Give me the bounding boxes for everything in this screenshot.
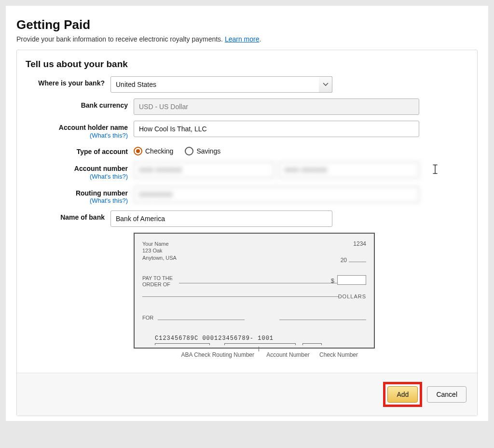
account-number-confirm-input[interactable] — [279, 162, 419, 178]
radio-checking-dot — [134, 147, 142, 155]
routing-number-input[interactable] — [134, 186, 419, 203]
check-bracket-account — [224, 343, 296, 345]
check-signature-line — [279, 320, 366, 320]
label-account-type: Type of account — [17, 145, 134, 156]
account-number-input[interactable] — [134, 162, 274, 178]
subtitle-suffix: . — [259, 35, 261, 43]
check-dollars-line — [142, 296, 339, 297]
check-number: 1234 — [353, 240, 366, 247]
label-bank-location: Where is your bank? — [17, 76, 110, 87]
page-container: Getting Paid Provide your bank informati… — [6, 6, 488, 421]
subtitle-text: Provide your bank information to receive… — [16, 35, 225, 43]
chevron-down-icon[interactable] — [319, 76, 332, 93]
label-routing-number-text: Routing number — [76, 189, 128, 197]
add-button-highlight: Add — [383, 382, 422, 407]
check-for-line — [158, 320, 245, 320]
page-title: Getting Paid — [16, 17, 478, 32]
bank-name-input[interactable] — [110, 210, 332, 227]
add-button[interactable]: Add — [387, 386, 418, 403]
check-name-line3: Anytown, USA — [142, 254, 177, 261]
check-image: Your Name 123 Oak Anytown, USA 1234 20 P… — [134, 233, 375, 349]
row-account-type: Type of account Checking Savings — [17, 145, 477, 156]
radio-checking[interactable]: Checking — [134, 147, 173, 155]
text-cursor-icon — [432, 165, 439, 176]
check-dollar-sign: $ — [331, 277, 334, 284]
check-for-label: FOR — [142, 315, 153, 321]
row-bank-location: Where is your bank? United States — [17, 76, 477, 93]
panel-title: Tell us about your bank — [26, 59, 477, 70]
label-account-type-text: Type of account — [77, 148, 128, 155]
label-holder-name-text: Account holder name — [59, 124, 128, 131]
check-amount-box — [337, 275, 366, 285]
holder-name-help-link[interactable]: (What's this?) — [17, 132, 128, 140]
label-account-number-text: Account number — [74, 165, 128, 172]
check-micr-line: C123456789C 000123456789- 1001 — [155, 335, 274, 342]
radio-checking-label: Checking — [145, 147, 173, 155]
label-bank-name: Name of bank — [17, 210, 110, 222]
check-bracket-checknum — [302, 343, 322, 345]
check-payto-line — [179, 283, 340, 283]
bank-location-value[interactable]: United States — [110, 76, 332, 93]
row-bank-name: Name of bank — [17, 210, 477, 227]
check-name-block: Your Name 123 Oak Anytown, USA — [142, 240, 177, 261]
check-dollars-label: DOLLARS — [338, 294, 366, 299]
holder-name-input[interactable] — [134, 121, 419, 137]
check-name-line1: Your Name — [142, 240, 177, 247]
label-bank-location-text: Where is your bank? — [38, 79, 105, 87]
subtitle: Provide your bank information to receive… — [16, 35, 478, 43]
check-date-line — [349, 262, 366, 262]
row-account-number: Account number (What's this?) — [17, 162, 477, 180]
label-routing-number: Routing number (What's this?) — [17, 186, 134, 205]
radio-savings-label: Savings — [196, 147, 220, 155]
check-illustration: Your Name 123 Oak Anytown, USA 1234 20 P… — [134, 233, 375, 358]
check-name-line2: 123 Oak — [142, 247, 177, 254]
label-holder-name: Account holder name (What's this?) — [17, 121, 134, 139]
label-bank-currency: Bank currency — [17, 98, 134, 110]
caption-routing: ABA Check Routing Number — [134, 351, 259, 358]
row-holder-name: Account holder name (What's this?) — [17, 121, 477, 139]
row-routing-number: Routing number (What's this?) — [17, 186, 477, 205]
caption-check: Check Number — [317, 351, 360, 358]
account-number-help-link[interactable]: (What's this?) — [17, 173, 128, 181]
bank-location-select[interactable]: United States — [110, 76, 332, 93]
check-bracket-routing — [155, 343, 210, 345]
label-bank-name-text: Name of bank — [60, 213, 105, 221]
learn-more-link[interactable]: Learn more — [225, 35, 260, 43]
bank-panel: Tell us about your bank Where is your ba… — [16, 50, 478, 416]
label-account-number: Account number (What's this?) — [17, 162, 134, 180]
cancel-button[interactable]: Cancel — [427, 386, 467, 403]
check-payto-label: PAY TO THE ORDER OF — [142, 275, 177, 288]
label-bank-currency-text: Bank currency — [81, 101, 128, 109]
bank-currency-field — [134, 98, 419, 115]
radio-savings[interactable]: Savings — [185, 147, 220, 155]
row-bank-currency: Bank currency — [17, 98, 477, 115]
routing-number-help-link[interactable]: (What's this?) — [17, 197, 128, 205]
caption-account: Account Number — [259, 351, 317, 358]
check-captions: ABA Check Routing Number Account Number … — [134, 351, 375, 358]
radio-savings-dot — [185, 147, 193, 155]
footer-bar: Add Cancel — [17, 373, 477, 416]
check-date-prefix: 20 — [341, 257, 347, 264]
